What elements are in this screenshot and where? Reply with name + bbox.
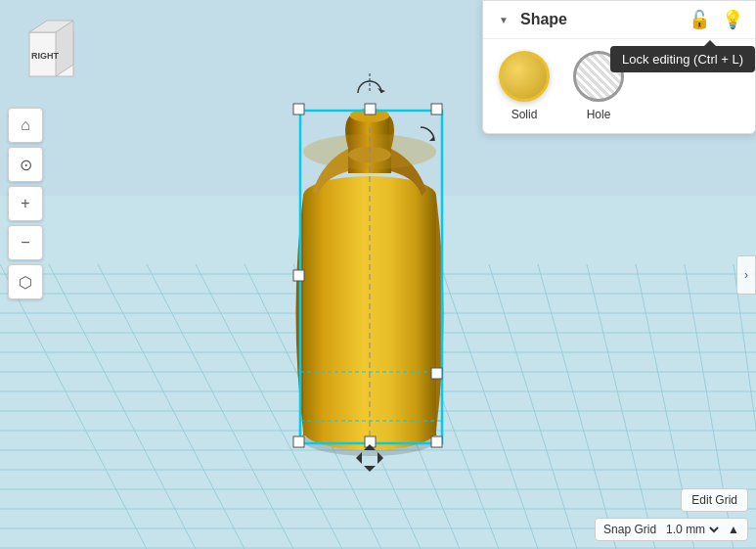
- svg-rect-52: [293, 270, 304, 281]
- viewport[interactable]: RIGHT ⌂ ⊙ + − ⬡ › Edit Grid Snap Grid 1.…: [0, 0, 756, 549]
- zoom-out-button[interactable]: −: [8, 225, 43, 260]
- home-icon: ⌂: [21, 116, 30, 134]
- hole-option[interactable]: Hole: [573, 51, 624, 121]
- svg-rect-47: [293, 104, 304, 114]
- bulb-icon[interactable]: 💡: [722, 9, 743, 30]
- svg-rect-49: [293, 436, 304, 447]
- bottom-controls: Edit Grid Snap Grid 1.0 mm 0.5 mm 2.0 mm…: [595, 488, 748, 541]
- solid-shape-circle: [499, 51, 550, 102]
- collapse-icon: ▼: [499, 15, 509, 25]
- chevron-right-icon: ›: [744, 268, 748, 282]
- view-cube[interactable]: RIGHT: [18, 12, 88, 90]
- snap-grid-select[interactable]: 1.0 mm 0.5 mm 2.0 mm: [662, 522, 722, 537]
- left-toolbar: ⌂ ⊙ + − ⬡: [8, 108, 43, 299]
- shape-options: Solid Hole: [483, 39, 755, 133]
- hole-label: Hole: [587, 108, 611, 121]
- snap-grid-dropdown-icon: ▲: [728, 523, 739, 536]
- solid-label: Solid: [511, 108, 538, 121]
- svg-text:RIGHT: RIGHT: [31, 51, 60, 61]
- shape-panel-title: Shape: [520, 11, 681, 28]
- svg-rect-51: [365, 104, 376, 114]
- home-button[interactable]: ⌂: [8, 108, 43, 143]
- minus-icon: −: [21, 234, 29, 252]
- svg-rect-50: [431, 436, 442, 447]
- solid-option[interactable]: Solid: [499, 51, 550, 121]
- zoom-fit-icon: ⊙: [20, 156, 32, 174]
- perspective-icon: ⬡: [19, 273, 32, 292]
- edit-grid-button[interactable]: Edit Grid: [681, 488, 748, 512]
- snap-grid-label: Snap Grid: [603, 523, 656, 536]
- plus-icon: +: [21, 195, 29, 212]
- svg-rect-48: [431, 104, 442, 114]
- shape-panel: ▼ Shape 🔓 💡 Solid Hole Lock editing (Ctr…: [482, 0, 756, 134]
- zoom-fit-button[interactable]: ⊙: [8, 147, 43, 182]
- shape-collapse-button[interactable]: ▼: [495, 11, 512, 28]
- snap-grid-row: Snap Grid 1.0 mm 0.5 mm 2.0 mm ▲: [595, 518, 748, 541]
- hole-shape-circle: [573, 51, 624, 102]
- right-panel-toggle[interactable]: ›: [736, 255, 756, 295]
- svg-rect-53: [431, 368, 442, 379]
- lock-icon[interactable]: 🔓: [689, 9, 710, 30]
- perspective-button[interactable]: ⬡: [8, 264, 43, 299]
- zoom-in-button[interactable]: +: [8, 186, 43, 221]
- shape-header: ▼ Shape 🔓 💡: [483, 1, 755, 39]
